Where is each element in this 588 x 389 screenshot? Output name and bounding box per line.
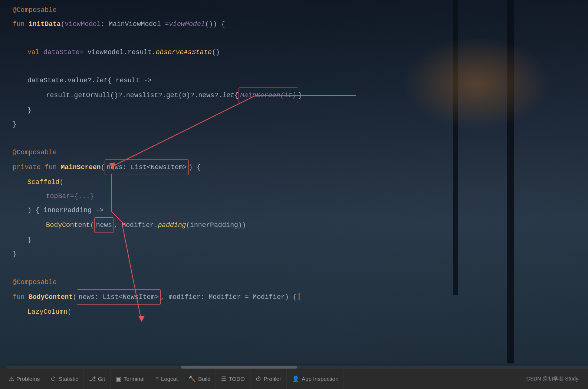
fn-initdata: initData [29,17,60,31]
code-line-19 [13,261,581,275]
annotation-composable-3: @Composable [13,275,57,289]
fn-let-2: let [222,88,234,102]
code-line-11: @Composable [13,145,581,159]
close-brace-9: } [13,117,17,131]
code-line-20: @Composable [13,275,581,289]
bodycontent-paren: ( [90,218,94,232]
code-line-7: result.getOrNull()?.newslist?.get(0)?.ne… [13,88,581,103]
code-line-12: private fun MainScreen ( news: List<News… [13,159,581,175]
parens-2: () [212,45,220,59]
annotation-composable-2: @Composable [13,145,57,159]
lambda-open: { result -> [108,73,152,88]
annotation-composable-1: @Composable [13,3,57,17]
statistic-icon: ⏱ [50,376,56,382]
fn-padding: padding [158,218,186,232]
status-build[interactable]: 🔨 Build [183,369,216,389]
code-line-16: BodyContent ( news , Modifier. padding (… [13,217,581,233]
paren-open-1: ( [61,17,65,31]
comma-modifier-2: , modifier: Modifier = Modifier) { [161,290,297,304]
status-terminal[interactable]: ▣ Terminal [111,369,150,389]
mainscreen-param-box: news: List<NewsItem> [105,159,188,175]
kw-fun-1: fun [13,17,29,31]
padding-args: (innerPadding)) [186,218,246,232]
app-inspection-icon: 👤 [292,375,299,382]
git-label: Git [98,376,105,382]
paren-ms-close: ) { [189,160,201,174]
terminal-icon: ▣ [116,375,121,382]
bodycontent-news-param-box: news: List<NewsItem> [77,289,161,305]
status-statistic[interactable]: ⏱ Statistic [45,369,84,389]
lazy-paren: ( [68,305,72,319]
git-icon: ⎇ [89,375,96,382]
status-bar: ⚠ Problems ⏱ Statistic ⎇ Git ▣ Terminal … [0,369,588,389]
statistic-label: Statistic [59,376,78,382]
todo-label: TODO [229,376,244,382]
comma-modifier: , Modifier. [114,218,158,232]
status-app-inspection[interactable]: 👤 App Inspection [287,369,344,389]
assign-1: = viewModel.result. [79,45,155,59]
code-line-13: Scaffold ( [13,175,581,189]
profiler-label: Profiler [264,376,282,382]
param-viewmodel-1: viewModel [65,17,101,31]
assign-topbar: = [70,189,74,203]
branding-text: CSDN @初学者-Study [520,376,584,382]
horizontal-scrollbar[interactable] [7,363,588,369]
close-brace-8: } [27,103,32,117]
code-text: @Composable fun initData ( viewModel : M… [7,0,588,369]
code-line-8: } [13,103,581,117]
close-brace-18: } [13,247,17,261]
brace-close-1: } [298,88,302,102]
code-line-4: val dataState = viewModel.result. observ… [13,45,581,59]
result-chain: result.getOrNull()?.newslist?.get(0)?.ne… [46,88,222,102]
cursor-bar: | [297,290,301,304]
paren-close-1: ()) { [205,17,225,31]
profiler-icon: ⏱ [256,376,262,382]
param-topbar: topBar [46,189,70,203]
colon-1: : MainViewModel = [101,17,169,31]
kw-fun-2: fun [45,160,60,174]
status-logcat[interactable]: ≡ Logcat [150,369,183,389]
code-line-22: LazyColumn ( [13,305,581,319]
code-line-2: fun initData ( viewModel : MainViewModel… [13,17,581,31]
app-inspection-label: App Inspection [302,376,338,382]
code-line-9: } [13,117,581,131]
datastate-let: dataState.value?. [27,73,96,88]
code-line-15: ) { innerPadding -> [13,203,581,217]
build-icon: 🔨 [188,375,196,382]
viewmodel-call: viewModel [169,17,205,31]
lambda-topbar: {...} [74,189,94,203]
fn-bodycontent-decl: BodyContent [29,290,73,304]
terminal-label: Terminal [124,376,145,382]
mainscreen-call-box: MainScreen(it) [239,88,298,103]
bodycontent-news-box: news [94,217,114,233]
status-git[interactable]: ⎇ Git [84,369,111,389]
code-line-14: topBar = {...} [13,189,581,203]
fn-lazycolumn: LazyColumn [27,305,68,319]
fn-let: let [96,73,108,88]
problems-icon: ⚠ [9,375,14,382]
kw-fun-3: fun [13,290,29,304]
scrollbar-track [7,366,588,369]
logcat-icon: ≡ [155,376,159,382]
fn-observeasstate: observeAsState [156,45,212,59]
scaffold-paren: ( [59,175,63,189]
status-profiler[interactable]: ⏱ Profiler [250,369,287,389]
code-editor: @Composable fun initData ( viewModel : M… [0,0,588,369]
fn-scaffold: Scaffold [27,175,59,189]
code-line-18: } [13,247,581,261]
code-line-17: } [13,233,581,247]
status-todo[interactable]: ☰ TODO [216,369,250,389]
brace-open-1: { [234,88,239,102]
paren-bc-open: ( [73,290,77,304]
fn-bodycontent: BodyContent [46,218,90,232]
todo-icon: ☰ [221,375,226,382]
code-line-3 [13,31,581,45]
code-line-6: dataState.value?. let { result -> [13,73,581,88]
scrollbar-thumb[interactable] [181,366,297,369]
scaffold-close: ) { innerPadding -> [27,203,104,217]
logcat-label: Logcat [161,376,178,382]
paren-ms-open: ( [101,160,105,174]
status-problems[interactable]: ⚠ Problems [4,369,45,389]
problems-label: Problems [16,376,40,382]
fn-mainscreen: MainScreen [61,160,101,174]
